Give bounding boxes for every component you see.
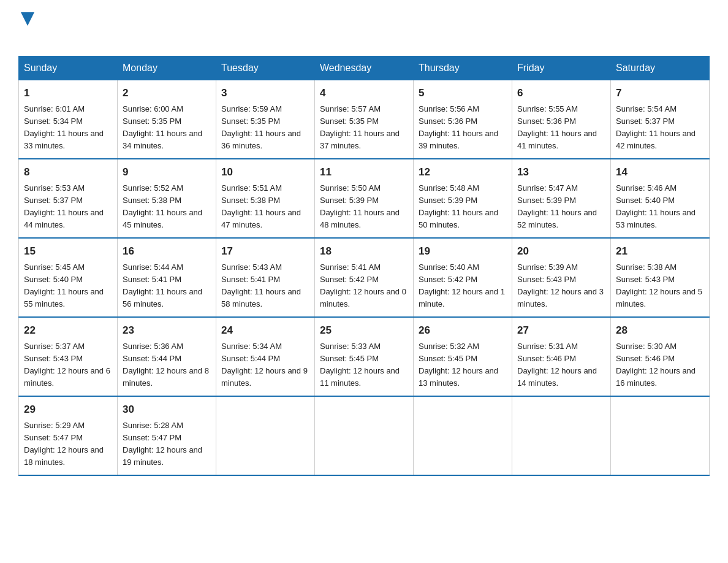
day-number: 27 (517, 323, 605, 339)
day-cell: 1 Sunrise: 6:01 AMSunset: 5:34 PMDayligh… (19, 80, 118, 159)
day-number: 8 (24, 164, 112, 180)
day-number: 9 (123, 164, 211, 180)
day-info: Sunrise: 6:01 AMSunset: 5:34 PMDaylight:… (24, 104, 104, 150)
day-cell: 19 Sunrise: 5:40 AMSunset: 5:42 PMDaylig… (414, 238, 512, 317)
day-cell: 7 Sunrise: 5:54 AMSunset: 5:37 PMDayligh… (611, 80, 710, 159)
day-cell: 28 Sunrise: 5:30 AMSunset: 5:46 PMDaylig… (611, 317, 710, 396)
day-cell: 23 Sunrise: 5:36 AMSunset: 5:44 PMDaylig… (118, 317, 216, 396)
day-number: 1 (24, 85, 112, 101)
day-info: Sunrise: 5:56 AMSunset: 5:36 PMDaylight:… (419, 104, 498, 150)
day-info: Sunrise: 5:48 AMSunset: 5:39 PMDaylight:… (419, 183, 498, 229)
day-number: 2 (123, 85, 211, 101)
day-number: 30 (123, 402, 211, 418)
day-number: 20 (517, 243, 605, 259)
day-info: Sunrise: 5:53 AMSunset: 5:37 PMDaylight:… (24, 183, 104, 229)
day-number: 15 (24, 243, 112, 259)
day-cell: 2 Sunrise: 6:00 AMSunset: 5:35 PMDayligh… (118, 80, 216, 159)
day-number: 28 (616, 323, 704, 339)
column-header-thursday: Thursday (414, 56, 512, 80)
day-cell: 15 Sunrise: 5:45 AMSunset: 5:40 PMDaylig… (19, 238, 118, 317)
day-cell: 27 Sunrise: 5:31 AMSunset: 5:46 PMDaylig… (512, 317, 611, 396)
day-info: Sunrise: 5:52 AMSunset: 5:38 PMDaylight:… (123, 183, 202, 229)
day-number: 24 (221, 323, 309, 339)
page-header (18, 12, 710, 45)
day-cell: 18 Sunrise: 5:41 AMSunset: 5:42 PMDaylig… (315, 238, 414, 317)
week-row-4: 22 Sunrise: 5:37 AMSunset: 5:43 PMDaylig… (19, 317, 710, 396)
day-info: Sunrise: 5:38 AMSunset: 5:43 PMDaylight:… (616, 262, 702, 308)
day-cell: 13 Sunrise: 5:47 AMSunset: 5:39 PMDaylig… (512, 159, 611, 238)
day-number: 4 (320, 85, 408, 101)
day-info: Sunrise: 5:51 AMSunset: 5:38 PMDaylight:… (221, 183, 301, 229)
day-info: Sunrise: 5:37 AMSunset: 5:43 PMDaylight:… (24, 342, 110, 388)
day-cell: 6 Sunrise: 5:55 AMSunset: 5:36 PMDayligh… (512, 80, 611, 159)
day-cell: 30 Sunrise: 5:28 AMSunset: 5:47 PMDaylig… (118, 396, 216, 475)
day-info: Sunrise: 5:34 AMSunset: 5:44 PMDaylight:… (221, 342, 308, 388)
day-number: 14 (616, 164, 704, 180)
day-number: 7 (616, 85, 704, 101)
day-cell: 29 Sunrise: 5:29 AMSunset: 5:47 PMDaylig… (19, 396, 118, 475)
day-cell: 25 Sunrise: 5:33 AMSunset: 5:45 PMDaylig… (315, 317, 414, 396)
logo-icon (21, 12, 34, 26)
day-number: 18 (320, 243, 408, 259)
day-cell: 10 Sunrise: 5:51 AMSunset: 5:38 PMDaylig… (216, 159, 315, 238)
day-info: Sunrise: 5:29 AMSunset: 5:47 PMDaylight:… (24, 421, 104, 467)
day-number: 10 (221, 164, 309, 180)
day-cell: 22 Sunrise: 5:37 AMSunset: 5:43 PMDaylig… (19, 317, 118, 396)
day-info: Sunrise: 5:45 AMSunset: 5:40 PMDaylight:… (24, 262, 104, 308)
day-cell: 16 Sunrise: 5:44 AMSunset: 5:41 PMDaylig… (118, 238, 216, 317)
day-number: 5 (419, 85, 507, 101)
week-row-2: 8 Sunrise: 5:53 AMSunset: 5:37 PMDayligh… (19, 159, 710, 238)
day-info: Sunrise: 5:30 AMSunset: 5:46 PMDaylight:… (616, 342, 696, 388)
day-info: Sunrise: 5:41 AMSunset: 5:42 PMDaylight:… (320, 262, 406, 308)
day-info: Sunrise: 5:28 AMSunset: 5:47 PMDaylight:… (123, 421, 202, 467)
week-row-3: 15 Sunrise: 5:45 AMSunset: 5:40 PMDaylig… (19, 238, 710, 317)
calendar-body: 1 Sunrise: 6:01 AMSunset: 5:34 PMDayligh… (19, 80, 710, 476)
day-number: 13 (517, 164, 605, 180)
column-header-monday: Monday (118, 56, 216, 80)
day-cell (414, 396, 512, 475)
day-cell: 8 Sunrise: 5:53 AMSunset: 5:37 PMDayligh… (19, 159, 118, 238)
day-cell: 11 Sunrise: 5:50 AMSunset: 5:39 PMDaylig… (315, 159, 414, 238)
day-cell: 5 Sunrise: 5:56 AMSunset: 5:36 PMDayligh… (414, 80, 512, 159)
day-cell: 24 Sunrise: 5:34 AMSunset: 5:44 PMDaylig… (216, 317, 315, 396)
header-row: SundayMondayTuesdayWednesdayThursdayFrid… (19, 56, 710, 80)
day-number: 3 (221, 85, 309, 101)
day-cell: 12 Sunrise: 5:48 AMSunset: 5:39 PMDaylig… (414, 159, 512, 238)
logo (18, 12, 34, 45)
week-row-1: 1 Sunrise: 6:01 AMSunset: 5:34 PMDayligh… (19, 80, 710, 159)
day-number: 22 (24, 323, 112, 339)
day-info: Sunrise: 5:33 AMSunset: 5:45 PMDaylight:… (320, 342, 400, 388)
day-number: 29 (24, 402, 112, 418)
column-header-friday: Friday (512, 56, 611, 80)
day-number: 12 (419, 164, 507, 180)
day-info: Sunrise: 5:40 AMSunset: 5:42 PMDaylight:… (419, 262, 505, 308)
day-info: Sunrise: 5:36 AMSunset: 5:44 PMDaylight:… (123, 342, 209, 388)
day-number: 11 (320, 164, 408, 180)
day-number: 23 (123, 323, 211, 339)
day-info: Sunrise: 5:43 AMSunset: 5:41 PMDaylight:… (221, 262, 301, 308)
day-info: Sunrise: 5:32 AMSunset: 5:45 PMDaylight:… (419, 342, 498, 388)
day-cell: 14 Sunrise: 5:46 AMSunset: 5:40 PMDaylig… (611, 159, 710, 238)
day-number: 26 (419, 323, 507, 339)
day-info: Sunrise: 5:47 AMSunset: 5:39 PMDaylight:… (517, 183, 597, 229)
day-info: Sunrise: 5:50 AMSunset: 5:39 PMDaylight:… (320, 183, 400, 229)
column-header-wednesday: Wednesday (315, 56, 414, 80)
week-row-5: 29 Sunrise: 5:29 AMSunset: 5:47 PMDaylig… (19, 396, 710, 475)
day-number: 21 (616, 243, 704, 259)
calendar-header: SundayMondayTuesdayWednesdayThursdayFrid… (19, 56, 710, 80)
day-info: Sunrise: 5:54 AMSunset: 5:37 PMDaylight:… (616, 104, 696, 150)
day-cell: 20 Sunrise: 5:39 AMSunset: 5:43 PMDaylig… (512, 238, 611, 317)
day-cell (611, 396, 710, 475)
day-info: Sunrise: 5:46 AMSunset: 5:40 PMDaylight:… (616, 183, 696, 229)
calendar-table: SundayMondayTuesdayWednesdayThursdayFrid… (18, 56, 710, 476)
day-cell: 26 Sunrise: 5:32 AMSunset: 5:45 PMDaylig… (414, 317, 512, 396)
column-header-sunday: Sunday (19, 56, 118, 80)
day-cell (216, 396, 315, 475)
day-info: Sunrise: 5:39 AMSunset: 5:43 PMDaylight:… (517, 262, 604, 308)
day-cell (315, 396, 414, 475)
day-info: Sunrise: 5:57 AMSunset: 5:35 PMDaylight:… (320, 104, 400, 150)
day-number: 17 (221, 243, 309, 259)
day-cell: 21 Sunrise: 5:38 AMSunset: 5:43 PMDaylig… (611, 238, 710, 317)
day-info: Sunrise: 5:31 AMSunset: 5:46 PMDaylight:… (517, 342, 597, 388)
column-header-saturday: Saturday (611, 56, 710, 80)
